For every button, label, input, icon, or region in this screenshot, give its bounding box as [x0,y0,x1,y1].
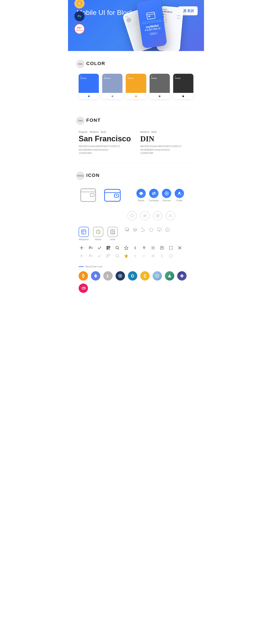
circle-util-icon [148,227,154,233]
star-icon [123,245,129,251]
svg-rect-61 [89,254,92,255]
chevron-left-icon [132,245,138,251]
blockchain-label: BlockChain Icon [78,265,194,268]
star-filled-icon [123,253,129,259]
svg-point-18 [166,193,167,194]
svg-rect-41 [89,248,92,248]
svg-rect-66 [107,256,108,258]
svg-point-16 [116,195,117,196]
bottom-nav-row: Mangment History [78,227,194,240]
util-icons-row1 [78,245,194,251]
svg-rect-3 [146,12,155,19]
nav-icons-outline-row [78,211,194,220]
svg-rect-40 [89,246,92,247]
crypto-icons-row: ₿ Ł D Z [78,271,194,293]
gf-icon [78,284,88,293]
svg-rect-64 [107,254,108,256]
qr-gray-icon [106,253,111,259]
svg-rect-49 [108,248,110,249]
svg-point-19 [178,192,180,194]
svg-marker-83 [168,274,171,277]
svg-rect-23 [82,230,86,234]
svg-rect-50 [110,249,110,250]
svg-rect-12 [90,194,94,196]
profile-nav-icon: Profile [175,189,184,202]
svg-rect-31 [125,228,128,230]
icon-section: 3 THREE ICON [68,163,204,302]
search-gray-icon [114,253,120,259]
ltc-icon: Ł [103,271,112,280]
plus-icon [78,245,84,251]
font-num-circle: TWO [76,116,84,125]
info-gray-icon [168,253,174,259]
dash-icon: D [128,271,137,280]
svg-point-55 [152,247,154,248]
svg-rect-46 [109,246,110,248]
font-grid: Regular · Medium · Bold San Francisco AB… [78,130,194,154]
svg-rect-42 [89,248,90,249]
exchange-outline-icon [140,211,150,220]
wireframe-wallet-icon [78,186,98,205]
exchange-nav-icon: Exchange [149,189,158,202]
expand-icon [168,245,174,251]
icon-section-number: 3 THREE [78,172,83,179]
icon-title: ICON [86,172,100,178]
svg-rect-34 [158,228,161,230]
check-icon [96,245,102,251]
svg-point-37 [167,229,168,229]
font-sf: Regular · Medium · Bold San Francisco AB… [78,130,132,154]
svg-point-33 [150,228,153,232]
btc-icon: ₿ [78,271,88,280]
ada-icon [165,271,174,280]
waves-icon [116,271,125,280]
info-util-icon [164,227,170,233]
svg-rect-65 [108,254,110,256]
svg-rect-5 [148,16,150,17]
svg-marker-79 [119,274,122,277]
svg-point-21 [157,215,158,216]
svg-rect-10 [81,189,96,202]
svg-line-53 [118,249,119,250]
color-section: 1 ONE COLOR #3574FA #8DA0C8 #F5A6 [68,51,204,108]
eth-icon [91,271,100,280]
assets-outline-icon [128,211,137,220]
swatch-gray-blue: #8DA0C8 [102,74,122,99]
large-icons-row: Assets Exchange Discove [78,186,194,205]
list-edit-gray-icon [88,253,94,259]
swatch-orange: #F5A623 [126,74,146,99]
utility-icons-group [124,227,170,233]
history-icon: History [93,227,103,240]
svg-rect-13 [104,189,120,201]
net-icon [152,271,162,280]
close-icon [177,245,183,251]
swatch-gray: #666666 [150,74,170,99]
hero-section: Mobile UI for Blockchain Wallet UI Kit S… [68,0,204,51]
swatch-blue: #3574FA [78,74,99,99]
svg-rect-44 [107,246,108,248]
management-icon: Mangment [78,227,89,240]
moon-util-icon [140,227,146,233]
font-section: 2 TWO FONT Regular · Medium · Bold San F… [68,108,204,163]
color-num-circle: ONE [76,60,84,68]
font-title: FONT [86,118,101,123]
plus-gray-icon [78,253,84,259]
svg-marker-84 [180,274,184,278]
search-icon [114,245,120,251]
svg-rect-63 [89,256,90,257]
svg-marker-54 [124,246,128,250]
svg-rect-48 [107,248,108,249]
profile-outline-icon [166,211,175,220]
svg-marker-69 [124,254,128,258]
upload-box-icon [159,245,165,251]
screens-badge: 60+ Screens [74,24,84,34]
color-section-header: 1 ONE COLOR [78,60,194,68]
swatch-dark: #303030 [173,74,194,99]
speech-util-icon [156,227,162,233]
x-gray-icon [150,253,156,259]
assets-nav-icon: Assets [136,189,146,202]
nav-icons-group: Assets Exchange Discove [136,189,184,202]
double-arrow-icon [141,253,147,259]
color-swatches: #3574FA #8DA0C8 #F5A623 [78,74,194,99]
settings-icon [150,245,156,251]
neo-icon [177,271,186,280]
